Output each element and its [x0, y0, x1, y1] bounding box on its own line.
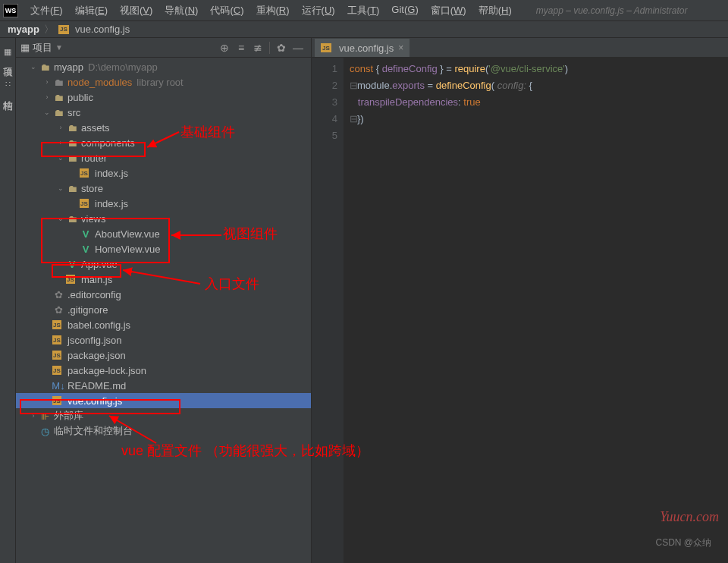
tab-label: vue.config.js — [339, 42, 394, 54]
expander-icon[interactable]: ⌄ — [42, 109, 52, 116]
js-icon: JS — [52, 366, 64, 375]
tree-row[interactable]: ›🖿node_moduleslibrary root — [16, 74, 311, 90]
expander-icon[interactable]: ⌄ — [55, 215, 66, 222]
folder-icon: 🖿 — [66, 137, 78, 149]
code-content[interactable]: const { defineConfig } = require('@vue/c… — [344, 58, 728, 563]
js-icon: JS — [66, 275, 78, 284]
js-icon: JS — [52, 351, 64, 360]
menu-item[interactable]: 代码(C) — [204, 2, 249, 19]
tree-row[interactable]: ›🖿components — [16, 135, 311, 150]
tree-row[interactable]: ⌄🖿src — [16, 105, 311, 120]
menu-item[interactable]: 文件(F) — [24, 2, 69, 19]
side-tab-structure[interactable]: ∷结构 — [0, 74, 16, 99]
expander-icon[interactable]: › — [42, 93, 52, 101]
line-number: 2 — [312, 77, 337, 94]
menu-item[interactable]: 导航(N) — [158, 2, 204, 19]
breadcrumb-project[interactable]: myapp — [5, 22, 42, 36]
tree-row[interactable]: JSindex.js — [16, 165, 311, 181]
folder-icon: 🖿 — [52, 107, 64, 118]
side-tab-project[interactable]: ▦项目 — [0, 41, 16, 66]
menu-item[interactable]: 工具(T) — [341, 2, 386, 19]
panel-title[interactable]: ▦ 项目 ▼ — [20, 41, 63, 55]
js-icon: JS — [52, 320, 64, 329]
tree-label: App.vue — [81, 259, 118, 270]
collapse-all-icon[interactable]: ≢ — [249, 39, 266, 56]
tree-row[interactable]: ✿.editorconfig — [16, 287, 311, 302]
tree-row[interactable]: ›🖿public — [16, 90, 311, 105]
menu-item[interactable]: 编辑(E) — [69, 2, 114, 19]
tree-suffix: library root — [136, 77, 183, 88]
locate-icon[interactable]: ⊕ — [216, 39, 233, 56]
tree-row[interactable]: JSjsconfig.json — [16, 332, 311, 348]
tree-row[interactable]: JSmain.js — [16, 272, 311, 287]
tree-label: 临时文件和控制台 — [54, 424, 133, 438]
expander-icon[interactable]: › — [55, 124, 66, 131]
tree-row[interactable]: ⌄🖿myappD:\demo\myapp — [16, 59, 311, 74]
tree-row[interactable]: VApp.vue — [16, 256, 311, 272]
tree-row[interactable]: ›🖿assets — [16, 120, 311, 135]
tree-label: .gitignore — [67, 304, 108, 316]
tree-row[interactable]: ⌄🖿views — [16, 211, 311, 226]
line-number: 5 — [312, 127, 337, 144]
editor-tabs: JS vue.config.js × — [312, 38, 728, 58]
tree-label: package-lock.json — [67, 365, 146, 376]
tree-row[interactable]: JSindex.js — [16, 196, 311, 211]
csdn-credit: CSDN @众纳 — [655, 536, 711, 549]
tree-row[interactable]: ⌄🖿router — [16, 150, 311, 165]
settings-icon[interactable]: ✿ — [273, 39, 290, 56]
expander-icon[interactable]: ⌄ — [28, 63, 39, 71]
scratch-icon: ◷ — [39, 426, 51, 437]
tree-row[interactable]: JSvue.config.js — [16, 393, 311, 408]
expand-all-icon[interactable]: ≡ — [233, 39, 249, 56]
gutter: 12345 — [312, 58, 344, 563]
folder-icon: 🖿 — [66, 153, 78, 164]
gear-icon: ✿ — [52, 289, 64, 300]
tree-row[interactable]: ›⊪外部库 — [16, 408, 311, 423]
tree-label: components — [81, 137, 135, 149]
vue-icon: V — [66, 259, 78, 270]
tree-label: .editorconfig — [67, 289, 121, 300]
watermark: Yuucn.com — [660, 509, 719, 525]
tree-row[interactable]: ✿.gitignore — [16, 302, 311, 317]
expander-icon[interactable]: › — [55, 139, 66, 146]
breadcrumb-file[interactable]: JSvue.config.js — [55, 22, 133, 36]
menu-item[interactable]: Git(G) — [385, 2, 424, 19]
expander-icon[interactable]: › — [28, 412, 39, 420]
structure-icon: ∷ — [5, 80, 11, 90]
tree-row[interactable]: ◷临时文件和控制台 — [16, 423, 311, 439]
tree-row[interactable]: VAboutView.vue — [16, 226, 311, 241]
js-icon: JS — [52, 396, 64, 405]
tree-label: main.js — [81, 274, 112, 285]
tree-row[interactable]: JSpackage-lock.json — [16, 363, 311, 378]
side-tab-bar: ▦项目 ∷结构 — [0, 38, 16, 563]
breadcrumb: myapp 〉 JSvue.config.js — [0, 21, 728, 38]
editor-tab-active[interactable]: JS vue.config.js × — [315, 39, 410, 57]
tree-row[interactable]: JSpackage.json — [16, 348, 311, 363]
tree-label: index.js — [95, 198, 128, 209]
close-icon[interactable]: × — [398, 42, 403, 53]
menu-item[interactable]: 帮助(H) — [472, 2, 518, 19]
tree-label: views — [81, 213, 106, 225]
expander-icon[interactable]: › — [42, 78, 52, 86]
minimize-icon[interactable]: — — [290, 39, 306, 56]
tree-row[interactable]: ⌄🖿store — [16, 181, 311, 196]
project-tree[interactable]: ⌄🖿myappD:\demo\myapp›🖿node_moduleslibrar… — [16, 58, 311, 563]
tree-row[interactable]: VHomeView.vue — [16, 241, 311, 256]
folder-icon: 🖿 — [66, 122, 78, 134]
tree-label: index.js — [95, 168, 128, 179]
menu-item[interactable]: 视图(V) — [114, 2, 158, 19]
expander-icon[interactable]: ⌄ — [55, 184, 66, 192]
menu-item[interactable]: 重构(R) — [250, 2, 296, 19]
tree-row[interactable]: JSbabel.config.js — [16, 317, 311, 332]
tree-label: store — [81, 183, 103, 194]
menu-item[interactable]: 窗口(W) — [425, 2, 472, 19]
line-number: 4 — [312, 111, 337, 127]
tree-row[interactable]: M↓README.md — [16, 378, 311, 393]
menu-item[interactable]: 运行(U) — [296, 2, 341, 19]
tree-label: assets — [81, 122, 110, 134]
code-editor[interactable]: 12345 const { defineConfig } = require('… — [312, 58, 728, 563]
expander-icon[interactable]: ⌄ — [55, 154, 66, 162]
js-icon: JS — [321, 43, 331, 52]
line-number: 3 — [312, 94, 337, 111]
tree-label: public — [67, 92, 93, 103]
